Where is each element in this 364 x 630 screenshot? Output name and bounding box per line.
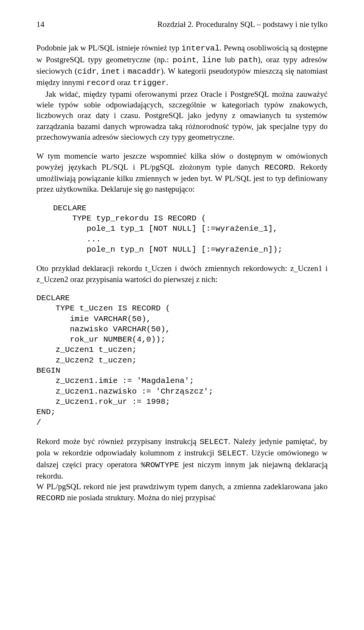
- running-title: Rozdział 2. Proceduralny SQL – podstawy …: [157, 19, 328, 30]
- text: oraz: [115, 78, 133, 87]
- text: Rekord może być również przypisany instr…: [36, 437, 199, 446]
- code-inline: %ROWTYPE: [141, 461, 179, 469]
- code-inline: macaddr: [127, 67, 161, 76]
- text: i: [120, 66, 127, 76]
- code-inline: interval: [181, 44, 220, 53]
- paragraph-6: W PL/pgSQL rekord nie jest prawdziwym ty…: [36, 481, 328, 504]
- text: ,: [97, 66, 101, 76]
- code-inline: trigger: [133, 79, 166, 87]
- code-inline: RECORD: [36, 494, 65, 502]
- text: lub: [221, 55, 238, 64]
- text: .: [166, 78, 168, 87]
- running-header: 14 Rozdział 2. Proceduralny SQL – podsta…: [36, 19, 328, 30]
- paragraph-3: W tym momencie warto jeszcze wspomnieć k…: [36, 151, 328, 194]
- paragraph-4: Oto przykład deklaracji rekordu t_Uczen …: [36, 263, 328, 285]
- code-inline: line: [202, 56, 221, 65]
- text: Oto przykład deklaracji rekordu t: [36, 264, 147, 273]
- code-inline: path: [238, 56, 257, 65]
- paragraph-5: Rekord może być również przypisany instr…: [36, 436, 328, 481]
- code-block-declare-template: DECLARE TYPE typ_rekordu IS RECORD ( pol…: [53, 203, 328, 255]
- code-inline: RECORD: [265, 163, 293, 172]
- code-block-example: DECLARE TYPE t_Uczen IS RECORD ( imie VA…: [36, 293, 328, 428]
- underscore: _: [294, 264, 298, 273]
- underscore: _: [40, 275, 44, 284]
- text: Uczen i dwóch zmiennych rekordowych: z: [151, 264, 294, 273]
- code-inline: inet: [101, 67, 120, 76]
- text: W PL/pgSQL rekord nie jest prawdziwym ty…: [36, 482, 328, 491]
- page-number: 14: [36, 19, 44, 30]
- text: ,: [196, 55, 202, 64]
- code-inline: SELECT: [218, 449, 246, 458]
- paragraph-1: Podobnie jak w PL/SQL istnieje również t…: [36, 43, 328, 88]
- page: 14 Rozdział 2. Proceduralny SQL – podsta…: [0, 0, 364, 526]
- paragraph-2: Jak widać, między typami oferowanymi prz…: [36, 89, 328, 143]
- text: nie posiada struktury. Można do niej prz…: [65, 493, 216, 502]
- code-inline: cidr: [77, 67, 96, 76]
- text: Uczen2 oraz przypisania wartości do pier…: [44, 275, 218, 284]
- underscore: _: [147, 264, 152, 273]
- code-inline: SELECT: [199, 438, 228, 446]
- code-inline: record: [86, 79, 115, 87]
- code-inline: point: [173, 56, 196, 65]
- text: Podobnie jak w PL/SQL istnieje również t…: [36, 43, 181, 52]
